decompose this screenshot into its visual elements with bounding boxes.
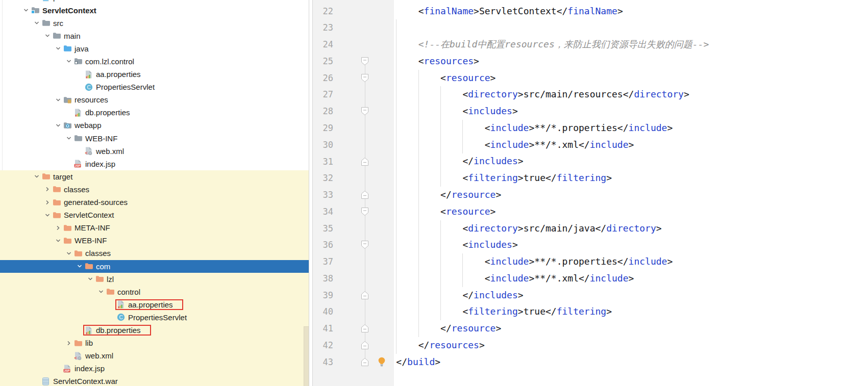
xml-bracket: > — [512, 106, 518, 116]
tree-item-classes[interactable]: classes — [0, 247, 309, 260]
code-line-28[interactable]: <includes> — [374, 103, 709, 120]
tree-item-servletcontext[interactable]: ServletContext — [0, 209, 309, 221]
chevron-right-icon[interactable] — [42, 185, 53, 193]
chevron-down-icon[interactable] — [42, 211, 53, 219]
chevron-down-icon[interactable] — [53, 44, 63, 53]
tree-item-propertiesservlet[interactable]: CPropertiesServlet — [0, 311, 309, 324]
chevron-down-icon[interactable] — [20, 6, 31, 14]
chevron-down-icon[interactable] — [95, 288, 106, 296]
tree-item-aa-properties[interactable]: aa.properties — [0, 298, 309, 311]
fold-end-icon[interactable] — [361, 324, 369, 333]
fold-end-icon[interactable] — [361, 341, 369, 350]
fold-collapse-icon[interactable] — [361, 73, 369, 83]
tree-item-aa-properties[interactable]: aa.properties — [0, 68, 309, 81]
tree-item-lzl[interactable]: lzl — [0, 273, 309, 286]
tree-scrollbar-thumb[interactable] — [304, 326, 309, 386]
code-line-37[interactable]: <include>**/*.properties</include> — [374, 253, 709, 270]
chevron-right-icon[interactable] — [63, 339, 74, 347]
code-indent — [374, 172, 462, 183]
tree-item-web-inf[interactable]: WEB-INF — [0, 132, 309, 145]
chevron-down-icon[interactable] — [53, 96, 63, 104]
code-indent — [374, 156, 462, 166]
code-line-35[interactable]: <directory>src/main/java</directory> — [374, 220, 709, 237]
svg-text:C: C — [87, 84, 90, 90]
tree-item-db-properties[interactable]: db.properties — [0, 324, 309, 337]
code-line-26[interactable]: <resource> — [374, 70, 709, 87]
chevron-down-icon[interactable] — [53, 237, 63, 245]
code-line-32[interactable]: <filtering>true</filtering> — [374, 170, 709, 187]
chevron-down-icon[interactable] — [31, 19, 42, 27]
tree-item-generated-sources[interactable]: generated-sources — [0, 196, 309, 209]
code-line-42[interactable]: </resources> — [374, 337, 709, 354]
code-line-39[interactable]: </includes> — [374, 287, 709, 304]
xml-bracket: > — [490, 206, 496, 217]
code-line-34[interactable]: <resource> — [374, 203, 709, 220]
tree-item-web-inf[interactable]: WEB-INF — [0, 234, 309, 247]
chevron-down-icon[interactable] — [31, 172, 42, 181]
tree-item-com[interactable]: com — [0, 260, 309, 273]
xml-tag-name: includes — [468, 239, 512, 250]
tree-item-com-lzl-control[interactable]: com.lzl.control — [0, 55, 309, 68]
tree-item-pom-xml[interactable]: pom.xml — [0, 0, 309, 4]
code-line-24[interactable]: <!--在build中配置resources，来防止我们资源导出失败的问题--> — [374, 36, 709, 53]
tree-item-db-properties[interactable]: db.properties — [0, 106, 309, 119]
tree-item-web-xml[interactable]: <web.xml — [0, 145, 309, 158]
tree-item-propertiesservlet[interactable]: CPropertiesServlet — [0, 81, 309, 93]
tree-item-index-jsp[interactable]: JSPindex.jsp — [0, 362, 309, 375]
tree-item-webapp[interactable]: webapp — [0, 119, 309, 132]
chevron-right-icon[interactable] — [42, 198, 53, 207]
tree-item-meta-inf[interactable]: META-INF — [0, 221, 309, 234]
xml-bracket: < — [462, 239, 468, 250]
fold-end-icon[interactable] — [361, 291, 369, 300]
code-line-43[interactable]: </build> — [374, 354, 709, 371]
xml-bracket: > — [529, 256, 534, 267]
tree-item-lib[interactable]: lib — [0, 337, 309, 349]
code-line-27[interactable]: <directory>src/main/resources</directory… — [374, 86, 709, 103]
code-line-29[interactable]: <include>**/*.properties</include> — [374, 120, 709, 137]
red-highlight-box: db.properties — [83, 325, 151, 336]
chevron-down-icon[interactable] — [63, 249, 74, 258]
chevron-down-icon[interactable] — [63, 134, 74, 142]
xml-bracket: > — [518, 290, 524, 300]
panel-splitter[interactable] — [309, 0, 313, 386]
xml-tag-name: resources — [429, 340, 479, 350]
tree-item-java[interactable]: java — [0, 42, 309, 55]
tree-item-index-jsp[interactable]: JSPindex.jsp — [0, 158, 309, 170]
fold-end-icon[interactable] — [361, 357, 369, 367]
fold-end-icon[interactable] — [361, 157, 369, 166]
tree-item-target[interactable]: target — [0, 170, 309, 183]
tree-item-control[interactable]: control — [0, 286, 309, 298]
tree-item-src[interactable]: src — [0, 17, 309, 30]
code-area[interactable]: <finalName>ServletContext</finalName> <!… — [374, 3, 709, 371]
chevron-down-icon[interactable] — [85, 275, 95, 283]
code-line-23[interactable] — [374, 19, 709, 36]
code-line-25[interactable]: <resources> — [374, 53, 709, 70]
chevron-right-icon[interactable] — [53, 224, 63, 232]
fold-end-icon[interactable] — [361, 190, 369, 199]
code-line-33[interactable]: </resource> — [374, 187, 709, 203]
chevron-down-icon[interactable] — [63, 57, 74, 65]
code-line-22[interactable]: <finalName>ServletContext</finalName> — [374, 3, 709, 20]
fold-collapse-icon[interactable] — [361, 107, 369, 116]
chevron-down-icon[interactable] — [53, 121, 63, 130]
folder-icon — [42, 19, 51, 27]
code-line-38[interactable]: <include>**/*.xml</include> — [374, 270, 709, 287]
tree-item-resources[interactable]: resources — [0, 93, 309, 106]
fold-collapse-icon[interactable] — [361, 207, 369, 216]
line-number: 36 — [313, 237, 333, 253]
tree-item-servletcontext[interactable]: ServletContext — [0, 4, 309, 17]
tree-item-main[interactable]: main — [0, 30, 309, 42]
code-line-36[interactable]: <includes> — [374, 237, 709, 253]
tree-item-web-xml[interactable]: <web.xml — [0, 349, 309, 362]
code-line-41[interactable]: </resource> — [374, 320, 709, 337]
code-line-31[interactable]: </includes> — [374, 153, 709, 170]
chevron-down-icon[interactable] — [74, 262, 85, 270]
fold-collapse-icon[interactable] — [361, 57, 369, 66]
chevron-down-icon[interactable] — [42, 32, 53, 40]
sources-root-icon — [63, 44, 72, 53]
code-line-30[interactable]: <include>**/*.xml</include> — [374, 137, 709, 153]
code-line-40[interactable]: <filtering>true</filtering> — [374, 303, 709, 320]
fold-collapse-icon[interactable] — [361, 240, 369, 249]
tree-item-servletcontext-war[interactable]: ServletContext.war — [0, 375, 309, 386]
tree-item-classes[interactable]: classes — [0, 183, 309, 196]
